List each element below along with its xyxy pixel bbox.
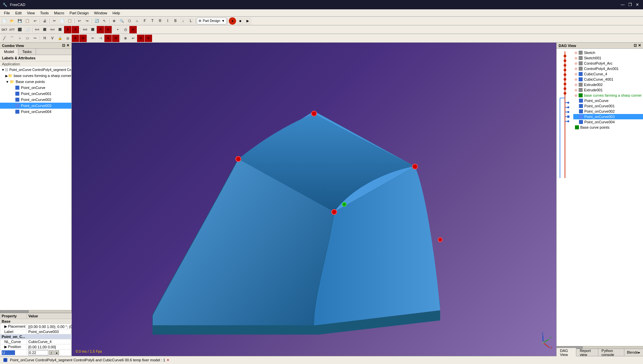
tool-a[interactable]: ⚬ bbox=[114, 26, 121, 33]
combo-float-button[interactable]: ⊡ bbox=[62, 43, 65, 48]
menu-view[interactable]: View bbox=[24, 9, 38, 16]
constraint-v[interactable]: V bbox=[49, 35, 56, 42]
print-button[interactable]: 🖨 bbox=[41, 17, 48, 25]
refresh-button[interactable]: 🔄 bbox=[93, 17, 100, 25]
save-as-button[interactable]: 📋 bbox=[24, 17, 31, 25]
del-c2[interactable]: ✕ bbox=[79, 35, 87, 42]
dag-tab-python[interactable]: Python console bbox=[598, 348, 624, 357]
del-1[interactable]: ✕ bbox=[64, 26, 71, 33]
del-2[interactable]: ✕ bbox=[72, 26, 79, 33]
status-close[interactable]: ✕ bbox=[166, 358, 169, 362]
play-button[interactable]: ▶ bbox=[244, 17, 251, 25]
extend-tool[interactable]: ⊣ bbox=[97, 35, 104, 42]
prop-placement[interactable]: ▶ Placement [(0.00 0.00 1.00); 0.00 °; (… bbox=[0, 324, 83, 329]
workbench-selector[interactable]: ⚙ Part Design ▼ bbox=[197, 18, 226, 24]
tree-item-pt4[interactable]: Point_onCurve004 bbox=[0, 109, 71, 115]
del-c4[interactable]: ✕ bbox=[112, 35, 119, 42]
menu-help[interactable]: Help bbox=[110, 9, 123, 16]
4x4-1[interactable]: 4x4 bbox=[33, 26, 41, 33]
4x4-3[interactable]: 4x4 bbox=[49, 26, 56, 33]
cut-button[interactable]: ✂ bbox=[51, 17, 58, 25]
6x6-2[interactable]: ⬛ bbox=[89, 26, 96, 33]
del-c1[interactable]: ✕ bbox=[72, 35, 79, 42]
tab-model[interactable]: Model bbox=[0, 49, 18, 55]
dag-item-cp-arc001[interactable]: ◎ ControlPoly4_Arc001 bbox=[573, 66, 643, 71]
prop-u-formula[interactable]: ƒ bbox=[49, 350, 54, 355]
left-hscroll[interactable] bbox=[0, 310, 71, 313]
pocket-tool[interactable]: ⬜ bbox=[24, 26, 31, 33]
dag-tab-report[interactable]: Report view bbox=[576, 348, 598, 357]
prop-u[interactable]: ƒ ▲ bbox=[0, 350, 83, 356]
dag-item-base-curves[interactable]: ◎ base curves farming a sharp corner bbox=[573, 93, 643, 98]
zoom-fit-button[interactable]: ⊕ bbox=[110, 17, 118, 25]
prop-u-spin-up[interactable]: ▲ bbox=[54, 350, 59, 355]
line-tool[interactable]: ╱ bbox=[1, 35, 8, 42]
del-c6[interactable]: ✕ bbox=[145, 35, 152, 42]
dag-item-poc002[interactable]: Point_onCurve002 bbox=[573, 109, 643, 114]
prop-position[interactable]: ▶ Position [0.00 11.00 0.00] bbox=[0, 344, 83, 350]
tool-b[interactable]: ◷ bbox=[122, 26, 129, 33]
view-front-button[interactable]: F bbox=[141, 17, 148, 25]
tab-tasks[interactable]: Tasks bbox=[18, 49, 36, 55]
dag-item-cubic4001[interactable]: ◎ CubicCurve_4001 bbox=[573, 77, 643, 82]
trim-tool[interactable]: ✂ bbox=[89, 35, 96, 42]
4x4-2[interactable]: ⬛ bbox=[41, 26, 48, 33]
save-button[interactable]: 💾 bbox=[16, 17, 23, 25]
view-left-button[interactable]: L bbox=[187, 17, 194, 25]
view-cube-button[interactable]: ⬡ bbox=[126, 17, 133, 25]
dag-item-sketch001[interactable]: ◎ Sketch001 bbox=[573, 55, 643, 61]
tree-item-pt0[interactable]: Point_onCurve bbox=[0, 85, 71, 91]
6x6-1[interactable]: 6x6 bbox=[81, 26, 89, 33]
attach-tool[interactable]: ATT bbox=[8, 26, 16, 33]
view-top-button[interactable]: T bbox=[149, 17, 156, 25]
view-back-button[interactable]: B bbox=[172, 17, 179, 25]
menu-part-design[interactable]: Part Design bbox=[67, 9, 91, 16]
menu-file[interactable]: File bbox=[1, 9, 13, 16]
combo-close-button[interactable]: ✕ bbox=[66, 43, 69, 48]
constraint-lock[interactable]: 🔒 bbox=[56, 35, 64, 42]
del-4[interactable]: ✕ bbox=[104, 26, 112, 33]
prop-u-input[interactable] bbox=[2, 350, 15, 355]
stop-button[interactable]: ■ bbox=[236, 17, 244, 25]
dag-blender[interactable]: Blende▸ bbox=[624, 350, 643, 355]
del-c5[interactable]: ✕ bbox=[137, 35, 144, 42]
copy-sketch[interactable]: ⊕ bbox=[122, 35, 129, 42]
tree-item-pt1[interactable]: Point_onCurve001 bbox=[0, 91, 71, 97]
tree-item-curves[interactable]: ▶ 📁 base curves forming a sharp corner bbox=[0, 73, 71, 79]
zoom-in-button[interactable]: 🔍 bbox=[118, 17, 125, 25]
prop-u-value[interactable] bbox=[28, 350, 48, 355]
dag-tab-dag[interactable]: DAG View bbox=[557, 348, 576, 357]
dag-item-cp-arc[interactable]: ◎ ControlPoly4_Arc bbox=[573, 61, 643, 66]
revert-button[interactable]: ↩ bbox=[31, 17, 39, 25]
viewport[interactable]: 0.0 ms / 1.5 Fps X Y Z bbox=[72, 43, 556, 356]
sketch-tool[interactable]: SKT bbox=[1, 26, 8, 33]
view-iso-button[interactable]: I bbox=[164, 17, 171, 25]
undo-button[interactable]: ↩ bbox=[76, 17, 83, 25]
spline-tool[interactable]: 〜 bbox=[31, 35, 39, 42]
start-button[interactable]: ● bbox=[229, 17, 236, 25]
menu-window[interactable]: Window bbox=[91, 9, 110, 16]
dag-item-poc001[interactable]: Point_onCurve001 bbox=[573, 103, 643, 109]
cursor-button[interactable]: ↖ bbox=[101, 17, 108, 25]
dag-item-base-curve-pts[interactable]: Base curve points bbox=[573, 125, 643, 130]
menu-tools[interactable]: Tools bbox=[37, 9, 51, 16]
constraint-h[interactable]: H bbox=[41, 35, 48, 42]
pad-tool[interactable]: ⬛ bbox=[16, 26, 23, 33]
4x4-4[interactable]: ⬛ bbox=[56, 26, 64, 33]
dag-item-cubic4[interactable]: ◎ CubicCurve_4 bbox=[573, 71, 643, 77]
del-c3[interactable]: ✕ bbox=[104, 35, 112, 42]
menu-edit[interactable]: Edit bbox=[13, 9, 24, 16]
open-button[interactable]: 📂 bbox=[8, 17, 16, 25]
ellipse-tool[interactable]: ⬭ bbox=[24, 35, 31, 42]
dag-close-button[interactable]: ✕ bbox=[638, 43, 641, 48]
view-bottom-button[interactable]: ↓ bbox=[179, 17, 187, 25]
dag-item-poc[interactable]: Point_onCurve bbox=[573, 98, 643, 103]
arc-tool[interactable]: ⌒ bbox=[8, 35, 16, 42]
combo-view-controls[interactable]: ⊡ ✕ bbox=[62, 43, 69, 48]
left-hscroll-thumb[interactable] bbox=[0, 310, 29, 313]
tree-item-pt2[interactable]: Point_onCurve002 bbox=[0, 97, 71, 103]
close-button[interactable]: ✕ bbox=[634, 2, 640, 8]
menu-macro[interactable]: Macro bbox=[51, 9, 67, 16]
dag-item-poc003[interactable]: Point_onCurve003 bbox=[573, 114, 643, 119]
dag-item-extrude001[interactable]: ◎ Extrude001 bbox=[573, 87, 643, 93]
